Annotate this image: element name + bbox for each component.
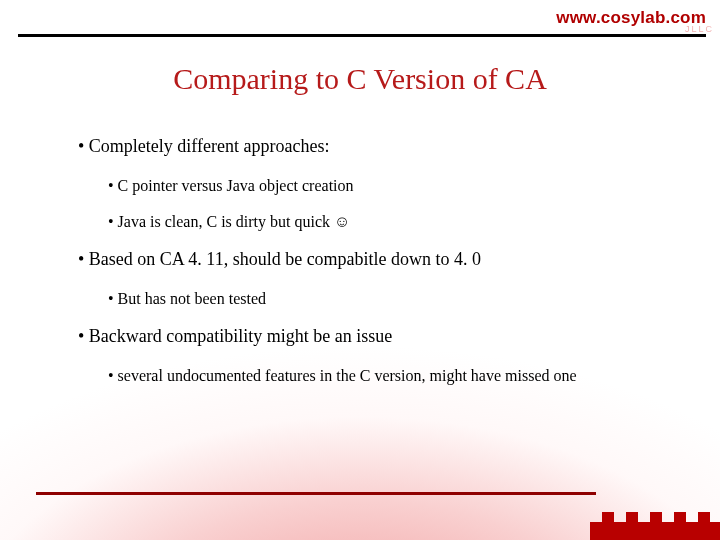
- bullet-l2: • C pointer versus Java object creation: [108, 177, 678, 195]
- bullet-l1: • Based on CA 4. 11, should be compabitl…: [78, 249, 678, 270]
- site-url: www.cosylab.com: [556, 8, 706, 28]
- header-code: JLLC: [685, 24, 714, 34]
- top-rule: [18, 34, 706, 37]
- bullet-l1: • Completely different approaches:: [78, 136, 678, 157]
- castle-icon: [590, 494, 720, 540]
- bottom-rule: [36, 492, 596, 495]
- slide: www.cosylab.com JLLC Comparing to C Vers…: [0, 0, 720, 540]
- bullet-l2: • several undocumented features in the C…: [108, 367, 678, 385]
- slide-title: Comparing to C Version of CA: [0, 62, 720, 96]
- slide-body: • Completely different approaches: • C p…: [78, 136, 678, 403]
- bullet-l1: • Backward compatibility might be an iss…: [78, 326, 678, 347]
- bullet-l2: • But has not been tested: [108, 290, 678, 308]
- bullet-l2: • Java is clean, C is dirty but quick ☺: [108, 213, 678, 231]
